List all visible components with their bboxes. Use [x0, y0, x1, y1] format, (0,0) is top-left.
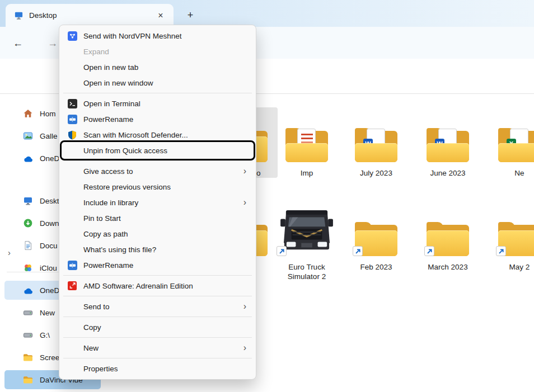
menu-item-label: Scan with Microsoft Defender...: [83, 131, 246, 139]
back-arrow-icon[interactable]: ←: [9, 34, 27, 52]
menu-item-label: Open in new window: [83, 79, 246, 87]
menu-item-give-access-to[interactable]: Give access to: [62, 163, 253, 179]
menu-item-label: Unpin from Quick access: [83, 147, 246, 155]
shortcut-arrow-icon: [496, 246, 506, 256]
sidebar-item-label: OneD: [40, 154, 59, 163]
file-label: Imp: [275, 168, 338, 178]
truck-thumbnail-icon: [275, 201, 338, 259]
file-item-ne-clipped[interactable]: Ne: [488, 107, 534, 178]
menu-item-copy-as-path[interactable]: Copy as path: [62, 226, 253, 242]
menu-item-send-with-nordvpn-meshnet[interactable]: Send with NordVPN Meshnet: [62, 28, 253, 44]
powerrename-icon: [67, 114, 78, 125]
menu-item-open-in-terminal[interactable]: Open in Terminal: [62, 96, 253, 111]
menu-item-copy[interactable]: Copy: [62, 319, 253, 335]
menu-separator: [63, 296, 252, 296]
menu-item-powerrename-2[interactable]: PowerRename: [62, 257, 253, 273]
menu-separator: [63, 160, 252, 161]
terminal-icon: [67, 98, 78, 109]
folder-with-excel-doc-icon: [488, 107, 534, 166]
menu-item-label: Copy: [83, 323, 246, 332]
folder-icon: [22, 374, 34, 385]
menu-item-expand: Expand: [62, 44, 253, 59]
sidebar-item-label: OneD: [40, 286, 59, 295]
icon-placeholder: [67, 197, 78, 208]
onedrive-cloud-icon: [22, 285, 34, 296]
sidebar-item-label: New: [40, 309, 55, 317]
menu-separator: [63, 358, 252, 358]
menu-item-open-in-new-tab[interactable]: Open in new tab: [62, 59, 253, 75]
amd-icon: [67, 280, 78, 291]
new-tab-button[interactable]: +: [183, 8, 198, 22]
document-icon: [22, 240, 34, 251]
menu-item-whats-using-this-file[interactable]: What's using this file?: [62, 242, 253, 257]
file-item-may-clipped[interactable]: May 2: [488, 201, 534, 272]
menu-item-label: Send to: [83, 303, 243, 311]
folder-with-word-doc-icon: [345, 107, 407, 166]
context-menu: Send with NordVPN Meshnet Expand Open in…: [59, 25, 256, 380]
file-item-feb-2023[interactable]: Feb 2023: [345, 201, 407, 272]
menu-separator: [63, 93, 252, 93]
menu-item-label: Expand: [83, 48, 246, 56]
shortcut-arrow-icon: [277, 246, 287, 256]
shortcut-arrow-icon: [424, 246, 434, 256]
file-label: Euro Truck Simulator 2: [275, 262, 338, 282]
tab-strip: Desktop × +: [0, 0, 534, 27]
sidebar-item-label: Docu: [40, 242, 58, 250]
file-item-euro-truck-simulator-2[interactable]: Euro Truck Simulator 2: [275, 201, 338, 282]
menu-item-label: Open in Terminal: [83, 100, 246, 108]
menu-item-pin-to-start[interactable]: Pin to Start: [62, 210, 253, 226]
file-item-imp[interactable]: Imp: [275, 107, 338, 178]
menu-item-powerrename[interactable]: PowerRename: [62, 111, 253, 127]
menu-item-label: Properties: [83, 365, 246, 373]
menu-item-send-to[interactable]: Send to: [62, 299, 253, 314]
file-label: May 2: [488, 262, 534, 272]
menu-item-amd-software[interactable]: AMD Software: Adrenalin Edition: [62, 278, 253, 294]
file-label: March 2023: [416, 262, 479, 272]
menu-item-label: Open in new tab: [83, 63, 246, 72]
tab-desktop[interactable]: Desktop ×: [6, 4, 174, 27]
file-label: July 2023: [345, 168, 407, 178]
menu-item-label: PowerRename: [83, 261, 246, 270]
icon-placeholder: [67, 322, 78, 333]
menu-item-unpin-from-quick-access[interactable]: Unpin from Quick access: [62, 143, 253, 158]
powerrename-icon: [67, 259, 78, 271]
file-item-june-2023[interactable]: June 2023: [416, 107, 479, 178]
menu-item-properties[interactable]: Properties: [62, 361, 253, 376]
drive-icon: [22, 329, 34, 341]
sidebar-item-label: Deskt: [40, 197, 59, 205]
menu-separator: [63, 337, 252, 338]
folder-with-doc-icon: [275, 107, 338, 166]
sidebar-item-label: Scree: [40, 353, 59, 362]
icon-placeholder: [67, 301, 78, 312]
icon-placeholder: [67, 46, 78, 57]
file-label: June 2023: [416, 168, 479, 178]
file-item-july-2023[interactable]: July 2023: [345, 107, 407, 178]
icon-placeholder: [67, 145, 78, 156]
folder-icon: [416, 201, 479, 259]
menu-item-label: Send with NordVPN Meshnet: [83, 32, 246, 40]
onedrive-cloud-icon: [22, 153, 34, 164]
menu-separator: [63, 275, 252, 276]
menu-item-restore-previous-versions[interactable]: Restore previous versions: [62, 179, 253, 195]
sidebar-item-label: Galle: [40, 132, 58, 140]
menu-item-include-in-library[interactable]: Include in library: [62, 195, 253, 210]
sidebar-item-label: iClou: [40, 264, 57, 272]
tab-close-icon[interactable]: ×: [153, 9, 168, 22]
icon-placeholder: [67, 342, 78, 353]
sidebar-item-label: Hom: [40, 110, 56, 118]
file-item-march-2023[interactable]: March 2023: [416, 201, 479, 272]
defender-shield-icon: [67, 129, 78, 140]
menu-item-scan-with-microsoft-defender[interactable]: Scan with Microsoft Defender...: [62, 127, 253, 143]
menu-item-label: Include in library: [83, 199, 243, 207]
sidebar-item-label: G:\: [40, 331, 50, 339]
menu-item-label: Give access to: [83, 167, 243, 176]
menu-item-label: Copy as path: [83, 230, 246, 238]
icon-placeholder: [67, 212, 78, 224]
menu-item-open-in-new-window[interactable]: Open in new window: [62, 75, 253, 91]
menu-item-label: AMD Software: Adrenalin Edition: [83, 282, 246, 290]
menu-item-new[interactable]: New: [62, 340, 253, 356]
menu-item-label: What's using this file?: [83, 245, 246, 254]
icon-placeholder: [67, 62, 78, 73]
drive-icon: [22, 307, 34, 318]
icon-placeholder: [67, 77, 78, 88]
